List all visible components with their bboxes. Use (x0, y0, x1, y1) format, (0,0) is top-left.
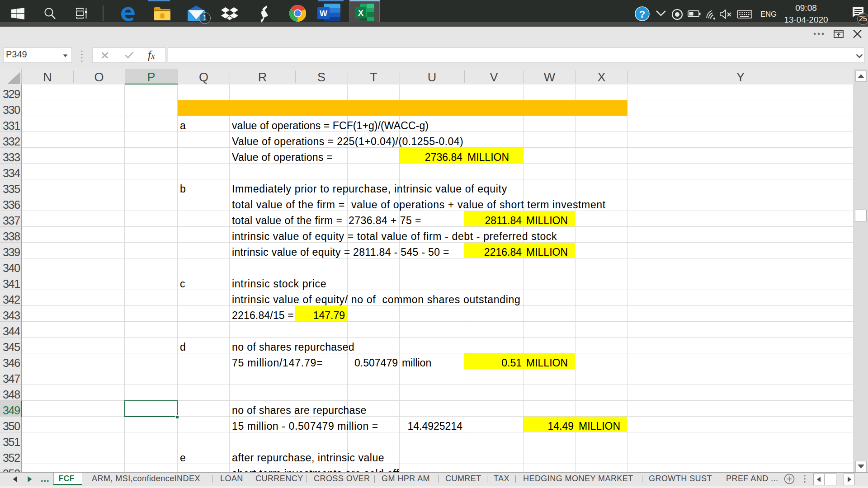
svg-text:W: W (320, 9, 327, 18)
svg-text:X: X (358, 9, 363, 18)
svg-text:?: ? (639, 9, 645, 20)
